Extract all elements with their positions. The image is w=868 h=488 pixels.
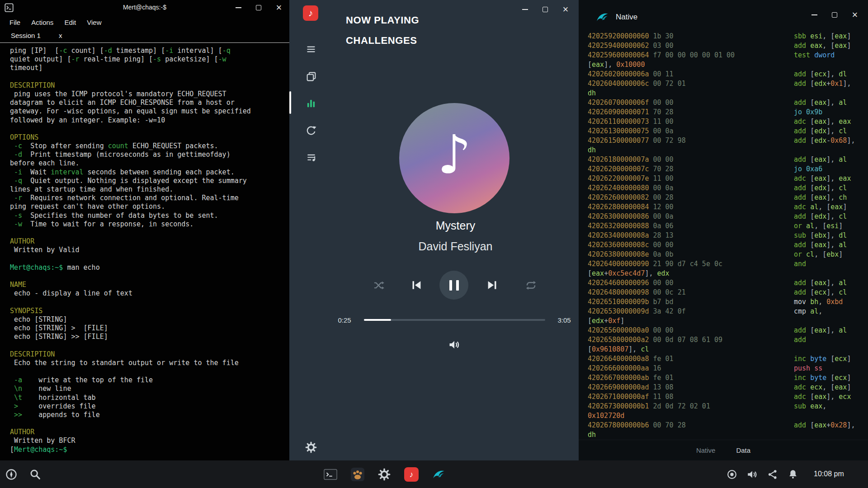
disassembly-row[interactable]: 420264600000096 00 00add [eax], al (588, 278, 859, 288)
disassembly-continuation[interactable]: [0x9610807], cl (588, 345, 859, 354)
album-art: ♪ (399, 103, 509, 213)
disassembly-row[interactable]: 420264000000090 21 90 d7 c4 5e 0cand (588, 259, 859, 269)
disassembly-row[interactable]: 420260900000071 70 28jo 0x9b (588, 108, 859, 117)
close-button[interactable]: × (274, 3, 284, 13)
terminal-titlebar[interactable]: Mert@chaqs:-$ × (0, 0, 289, 15)
menu-button[interactable] (304, 42, 318, 56)
menu-edit[interactable]: Edit (64, 19, 76, 26)
next-button[interactable] (486, 278, 499, 292)
disassembly-row[interactable]: 420261300000075 00 0aadd [edx], cl (588, 127, 859, 136)
disassembly-row[interactable]: 4202669000000ad 13 08adc ecx, [eax] (588, 383, 859, 392)
disassembly-row[interactable]: 42026510000009b b7 bdmov bh, 0xbd (588, 297, 859, 307)
disassembly-row[interactable]: 420262800000084 12 00adc al, [eax] (588, 202, 859, 212)
disassembly-row[interactable]: 42026070000006f 00 00add [eax], al (588, 98, 859, 108)
close-button[interactable]: × (561, 5, 571, 14)
disassembly-row[interactable]: 4202664000000a8 fe 01inc byte [ecx] (588, 354, 859, 364)
disassembly-continuation[interactable]: [eax], 0x10000 (588, 60, 859, 70)
taskbar-music-button[interactable]: ♪ (404, 467, 419, 482)
library-button[interactable] (304, 70, 318, 83)
disassembly-row[interactable]: 4202666000000aa 16push ss (588, 364, 859, 373)
minimize-button[interactable] (233, 3, 243, 13)
progress-bar[interactable] (364, 319, 545, 321)
disassembly-continuation[interactable]: [edx+0xf] (588, 316, 859, 326)
terminal-line: OPTIONS (10, 133, 289, 142)
disassembly-row[interactable]: 4202656000000a0 00 00add [eax], al (588, 326, 859, 335)
hamburger-icon (305, 43, 317, 55)
disassembly-row[interactable]: 4202658000000a2 00 0d 07 08 61 09add (588, 335, 859, 345)
disassembly-row[interactable]: 42026040000006c 00 72 01add [edx+0x1], (588, 79, 859, 89)
terminal-line: -i Wait interval seconds between sending… (10, 168, 289, 177)
disassembly-row[interactable]: 420264800000098 00 0c 21add [ecx], cl (588, 288, 859, 297)
disassembly[interactable]: 420259200000060 1b 30sbb esi, [eax]42025… (588, 32, 859, 440)
disassembly-row[interactable]: 420259400000062 03 00add eax, [eax] (588, 41, 859, 51)
previous-button[interactable] (410, 278, 423, 292)
play-pause-button[interactable] (439, 271, 468, 300)
disassembly-row[interactable]: 420261500000077 00 72 98add [edx-0x68], (588, 136, 859, 145)
disassembly-row[interactable]: 42026340000008a 28 13sub [ebx], dl (588, 231, 859, 240)
taskbar-settings-button[interactable] (377, 467, 392, 482)
settings-button[interactable] (304, 441, 318, 454)
disassembly-row[interactable]: 4202671000000af 11 08adc [eax], ecx (588, 392, 859, 402)
close-button[interactable]: × (850, 10, 860, 20)
disassembly-continuation[interactable]: dh (588, 89, 859, 98)
share-button[interactable] (765, 467, 780, 482)
maximize-button[interactable] (540, 5, 550, 14)
minimize-button[interactable] (809, 10, 819, 20)
disassembly-continuation[interactable]: dh (588, 145, 859, 155)
menu-actions[interactable]: Actions (31, 19, 53, 26)
minimize-button[interactable] (520, 5, 530, 14)
tab-data[interactable]: Data (736, 446, 750, 454)
taskbar-terminal-button[interactable] (323, 467, 338, 482)
menu-view[interactable]: View (87, 19, 101, 26)
maximize-button[interactable] (830, 10, 840, 20)
disassembly-row[interactable]: 42026200000007c 70 28jo 0xa6 (588, 164, 859, 174)
disassembly-row[interactable]: 42026020000006a 00 11add [ecx], dl (588, 70, 859, 79)
taskbar-native-button[interactable] (431, 467, 446, 482)
terminal-line: echo - display a line of text (10, 289, 289, 298)
search-button[interactable] (28, 467, 43, 482)
heading-line-2: CHALLENGES (346, 30, 419, 51)
progress-fill (364, 319, 391, 321)
queue-button[interactable] (304, 150, 318, 164)
disassembly-row[interactable]: 420263000000086 00 0aadd [edx], cl (588, 212, 859, 221)
disassembly-row[interactable]: 420262600000082 00 28add [eax], ch (588, 193, 859, 202)
refresh-button[interactable] (304, 124, 318, 137)
maximize-button[interactable] (254, 3, 264, 13)
disassembly-row[interactable]: 420261100000073 11 00adc [eax], eax (588, 117, 859, 127)
disassembly-row[interactable]: 420259600000064 f7 00 00 00 00 01 00test… (588, 51, 859, 60)
disassembly-row[interactable]: 42026380000008e 0a 0bor cl, [ebx] (588, 250, 859, 259)
notifications-button[interactable] (785, 467, 801, 482)
disassembly-row[interactable]: 42026530000009d 3a 42 0fcmp al, (588, 307, 859, 316)
tab-native[interactable]: Native (696, 446, 716, 454)
tab-session-1[interactable]: Session 1 (11, 32, 41, 39)
launcher-button[interactable] (4, 467, 19, 482)
disassembly-row[interactable]: 420263200000088 0a 06or al, [esi] (588, 221, 859, 231)
tab-close-icon[interactable]: x (59, 32, 62, 39)
taskbar-volume-button[interactable] (745, 467, 760, 482)
terminal-line: lines at startup time and when finished. (10, 185, 289, 194)
disassembly-row[interactable]: 42026360000008c 00 00add [eax], al (588, 240, 859, 250)
disassembly-continuation[interactable]: dh (588, 430, 859, 440)
disassembly-continuation[interactable]: 0x102720d (588, 411, 859, 421)
terminal-output[interactable]: ping [IP] [-c count] [-d timestamp] [-i … (0, 43, 289, 454)
record-button[interactable] (724, 467, 740, 482)
repeat-button[interactable] (524, 279, 537, 291)
stats-button[interactable] (304, 97, 318, 110)
disassembly-row[interactable]: 4202667000000ab fe 01inc byte [ecx] (588, 373, 859, 383)
disassembly-row[interactable]: 4202673000000b1 2d 0d 72 02 01sub eax, (588, 402, 859, 411)
disassembly-row[interactable]: 4202678000000b6 00 70 28add [eax+0x28], (588, 421, 859, 430)
disassembly-row[interactable]: 420259200000060 1b 30sbb esi, [eax] (588, 32, 859, 41)
song-artist: David Fesliyan (332, 240, 579, 253)
disassembly-row[interactable]: 42026220000007e 11 00adc [eax], eax (588, 174, 859, 183)
disassembly-row[interactable]: 420262400000080 00 0aadd [edx], cl (588, 183, 859, 193)
terminal-line: echo [STRING] (10, 315, 289, 324)
active-item-indicator (289, 91, 291, 114)
shuffle-icon (373, 279, 385, 291)
shuffle-button[interactable] (372, 279, 385, 291)
menu-file[interactable]: File (9, 19, 20, 26)
volume-button[interactable] (448, 338, 461, 352)
taskbar-paw-app-button[interactable] (350, 467, 365, 482)
disassembly-continuation[interactable]: [eax+0xc5ec4d7], edx (588, 269, 859, 278)
native-titlebar[interactable]: Native × (579, 0, 868, 30)
disassembly-row[interactable]: 42026180000007a 00 00add [eax], al (588, 155, 859, 164)
